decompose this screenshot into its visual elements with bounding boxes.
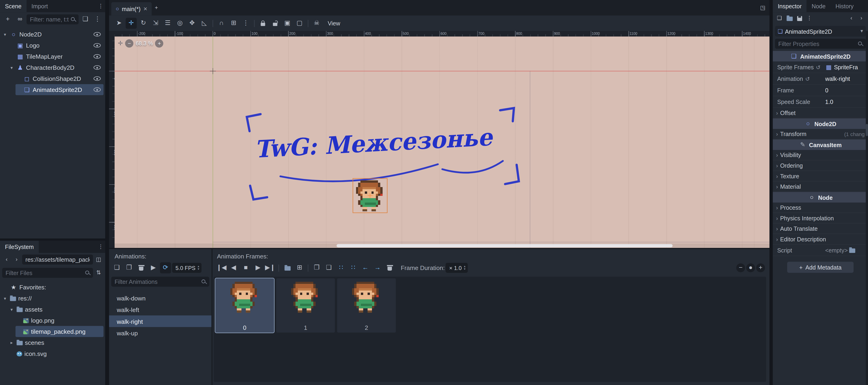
section-auto-translate[interactable]: ›Auto Translate — [773, 224, 868, 234]
load-frames-from-file-button[interactable] — [282, 262, 293, 274]
breadcrumb[interactable] — [22, 255, 93, 264]
new-resource-button[interactable]: ❏ — [775, 14, 784, 23]
zoom-out-button[interactable]: − — [125, 39, 133, 47]
zoom-out-frames-button[interactable]: − — [736, 263, 745, 272]
delete-animation-button[interactable] — [135, 262, 147, 274]
animations-filter-input[interactable] — [111, 277, 209, 287]
expander-icon[interactable]: ▾ — [9, 65, 14, 70]
move-frame-right-button[interactable]: → — [372, 262, 383, 274]
file-logo-png[interactable]: logo.png — [0, 315, 105, 326]
file-assets[interactable]: ▾assets — [0, 304, 105, 315]
unlock-node-button[interactable] — [270, 18, 281, 29]
edited-object-selector[interactable]: ❏ AnimatedSprite2D ▾ — [775, 26, 866, 37]
load-resource-button[interactable] — [785, 14, 794, 23]
property-value[interactable]: walk-right — [825, 75, 866, 82]
pan-tool-button[interactable]: ✥ — [186, 18, 197, 29]
split-view-button[interactable]: ◫ — [94, 255, 103, 264]
vertical-ruler[interactable]: 0100200300400 — [109, 36, 115, 248]
scene-node-node2d[interactable]: ▾○Node2D — [0, 29, 105, 40]
snap-options-button[interactable]: ⋮ — [240, 18, 251, 29]
scene-node-collisionshape2d[interactable]: ◻CollisionShape2D — [0, 73, 105, 84]
insert-after-button[interactable]: ∷ — [348, 262, 359, 274]
expander-icon[interactable]: ▾ — [2, 296, 8, 301]
play-backwards-from-end-button[interactable]: ❙◀ — [216, 262, 227, 274]
list-select-tool-button[interactable]: ☰ — [162, 18, 173, 29]
new-scene-tab-button[interactable]: + — [152, 3, 161, 12]
delete-frame-button[interactable] — [384, 262, 395, 274]
expander-icon[interactable]: ▾ — [2, 32, 8, 37]
zoom-in-frames-button[interactable]: + — [756, 263, 765, 272]
section-material[interactable]: ›Material — [773, 182, 868, 192]
zoom-reset-frames-button[interactable]: ● — [746, 263, 755, 272]
visibility-eye-icon[interactable] — [94, 88, 101, 92]
property-value[interactable]: <empty> — [825, 247, 866, 254]
filesystem-menu-button[interactable]: ⋮ — [96, 242, 105, 251]
section-offset[interactable]: ›Offset — [773, 108, 868, 119]
history-forward-button[interactable]: › — [857, 14, 866, 23]
canvas[interactable]: TwG: Межсезонье ✛ − 68.3 % + — [115, 36, 769, 248]
frame-tile-1[interactable]: 1 — [276, 278, 335, 332]
move-tool-button[interactable]: ✛ — [126, 18, 137, 29]
section-process[interactable]: ›Process — [773, 202, 868, 213]
tab-main-scene[interactable]: ○ main(*) ✕ — [111, 2, 152, 16]
add-node-button[interactable]: + — [2, 14, 13, 25]
animation-walk-right[interactable]: walk-right — [109, 316, 211, 327]
play-button[interactable]: ▶ — [252, 262, 264, 274]
inspector-filter-input[interactable] — [775, 39, 866, 49]
close-icon[interactable]: ✕ — [143, 6, 147, 11]
frame-duration-spinbox[interactable]: × 1.0 ▴▾ — [446, 263, 468, 273]
copy-frame-button[interactable]: ❐ — [311, 262, 322, 274]
zoom-in-button[interactable]: + — [155, 39, 163, 47]
fs-back-button[interactable]: ‹ — [2, 255, 11, 264]
tab-inspector[interactable]: Inspector — [773, 0, 807, 12]
fs-filter-input[interactable] — [2, 268, 93, 278]
insert-before-button[interactable]: ∷ — [336, 262, 346, 274]
file-scenes[interactable]: ▸scenes — [0, 337, 105, 348]
file-res[interactable]: ▾res:// — [0, 293, 105, 304]
paste-frame-button[interactable]: ❏ — [323, 262, 334, 274]
fps-spinbox[interactable]: 5.0 FPS ▴▾ — [172, 263, 202, 273]
save-resource-button[interactable] — [795, 14, 804, 23]
revert-icon[interactable]: ↺ — [816, 64, 820, 70]
animation-walk-left[interactable]: walk-left — [109, 304, 211, 315]
scrollbar-thumb[interactable] — [866, 124, 868, 136]
tab-scene[interactable]: Scene — [0, 0, 26, 12]
animation-walk-up[interactable]: walk-up — [109, 327, 211, 339]
horizontal-scrollbar[interactable] — [115, 244, 769, 248]
property-value[interactable]: 1.0 — [825, 98, 866, 105]
autoplay-on-start-button[interactable]: ▶ — [148, 262, 159, 274]
visibility-eye-icon[interactable] — [94, 43, 101, 47]
visibility-eye-icon[interactable] — [94, 65, 101, 70]
zoom-percent[interactable]: 68.3 % — [136, 40, 153, 46]
section-transform[interactable]: ›Transform(1 chang — [773, 129, 868, 139]
section-editor-description[interactable]: ›Editor Description — [773, 234, 868, 245]
new-animation-button[interactable]: ❏ — [111, 262, 122, 274]
fps-spin-arrows[interactable]: ▴▾ — [198, 265, 199, 271]
ungroup-node-button[interactable]: ▢ — [294, 18, 305, 29]
expander-icon[interactable]: ▾ — [9, 307, 14, 312]
history-back-button[interactable]: ‹ — [847, 14, 856, 23]
visibility-eye-icon[interactable] — [94, 32, 101, 36]
scene-tree-menu-button[interactable]: ⋮ — [92, 14, 103, 25]
ruler-tool-button[interactable]: ◺ — [199, 18, 210, 29]
tab-filesystem[interactable]: FileSystem — [0, 240, 39, 253]
add-metadata-button[interactable]: + Add Metadata — [787, 262, 854, 273]
tab-history[interactable]: History — [831, 0, 859, 12]
scene-node-tilemaplayer[interactable]: ▦TileMapLayer — [0, 51, 105, 62]
scene-node-logo[interactable]: ▣Logo — [0, 40, 105, 51]
file-tilemap-packed-png[interactable]: tilemap_packed.png — [0, 326, 105, 337]
horizontal-ruler[interactable]: -200-10001002003004005006007008009001000… — [115, 31, 769, 36]
loop-button[interactable]: ⟳ — [160, 262, 171, 274]
fs-sort-button[interactable]: ⇅ — [94, 268, 103, 277]
property-value[interactable]: ▦SpriteFra — [825, 64, 866, 70]
move-frame-left-button[interactable]: ← — [360, 262, 371, 274]
play-from-start-button[interactable]: ▶❙ — [265, 262, 276, 274]
visibility-eye-icon[interactable] — [94, 54, 101, 59]
select-tool-button[interactable]: ➤ — [114, 18, 125, 29]
frame-tile-2[interactable]: 2 — [337, 278, 396, 332]
section-ordering[interactable]: ›Ordering — [773, 161, 868, 171]
tab-node[interactable]: Node — [807, 0, 830, 12]
property-value[interactable]: 0 — [825, 87, 866, 94]
rotate-tool-button[interactable]: ↻ — [138, 18, 149, 29]
scene-node-characterbody2d[interactable]: ▾♟CharacterBody2D — [0, 62, 105, 73]
